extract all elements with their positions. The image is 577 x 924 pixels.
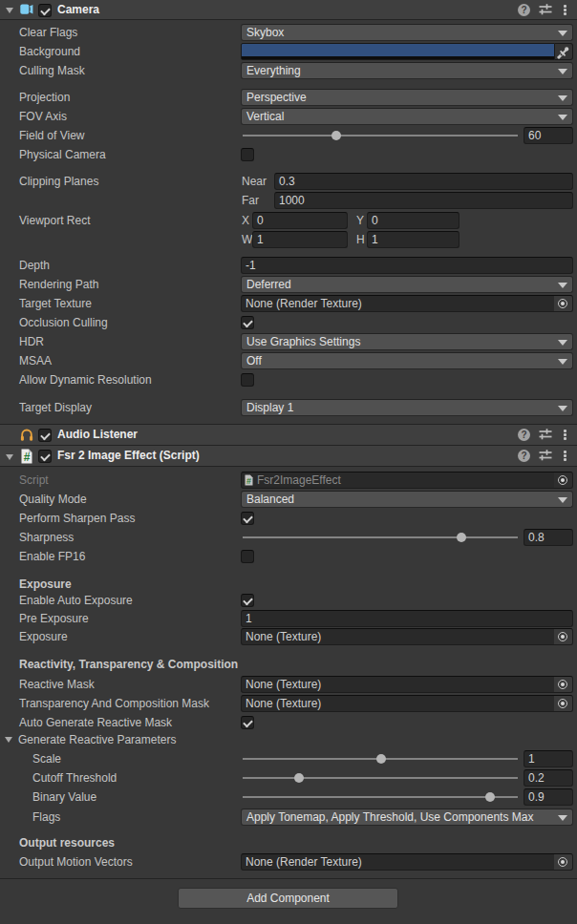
svg-text:#: # xyxy=(246,476,251,486)
svg-text:#: # xyxy=(24,451,31,464)
